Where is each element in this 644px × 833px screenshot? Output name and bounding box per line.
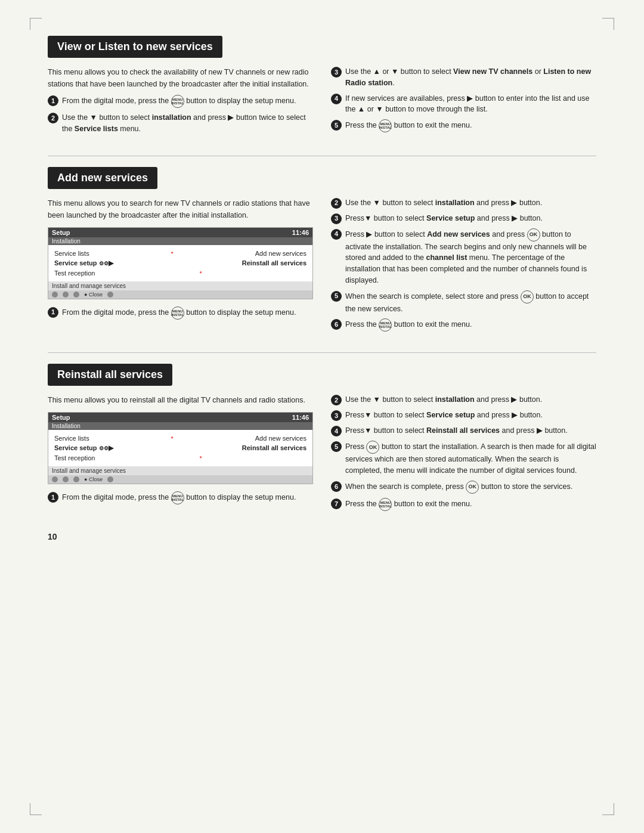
tv-btn xyxy=(73,476,79,482)
corner-mark-tr xyxy=(602,18,614,30)
step-number: 3 xyxy=(331,213,342,224)
divider-2 xyxy=(48,352,596,353)
tv-btn xyxy=(63,476,69,482)
tv-btn xyxy=(63,292,69,298)
tv-cell: Reinstall all services xyxy=(242,259,306,267)
step-content: If new services are availables, press ▶ … xyxy=(345,93,596,116)
add-two-col: This menu allows you to search for new T… xyxy=(48,197,596,336)
tv-footer: Install and manage services xyxy=(48,281,312,290)
tv-body: Service lists ● Add new services Service… xyxy=(48,430,312,466)
step-number: 5 xyxy=(331,441,342,452)
view-left-steps: 1 From the digital mode, press the MENUI… xyxy=(48,95,313,135)
step-number: 7 xyxy=(331,498,342,509)
tv-title: Setup xyxy=(52,414,70,421)
step-number: 1 xyxy=(48,95,58,106)
add-right-col: 2 Use the ▼ button to select installatio… xyxy=(331,197,596,336)
step: 3 Use the ▲ or ▼ button to select View n… xyxy=(331,66,596,89)
reinstall-right-col: 2 Use the ▼ button to select installatio… xyxy=(331,394,596,515)
tv-btn xyxy=(107,292,113,298)
close-text: ● Close xyxy=(84,292,103,298)
corner-mark-bl xyxy=(30,803,42,815)
tv-row-selected: Service setup ⚙⚙▶ Reinstall all services xyxy=(54,258,306,268)
reinstall-two-col: This menu allows you to reinstall all th… xyxy=(48,394,596,515)
tv-btn xyxy=(73,292,79,298)
step-content: When the search is complete, press OK bu… xyxy=(345,481,596,494)
step-content: Press OK button to start the installatio… xyxy=(345,441,596,476)
tv-time: 11:46 xyxy=(292,229,309,236)
tv-dot: ● xyxy=(171,250,174,257)
add-left-col: This menu allows you to search for new T… xyxy=(48,197,313,336)
menu-icon: MENUINSTAL xyxy=(379,119,392,132)
tv-row: Test reception ● xyxy=(54,453,306,463)
tv-body: Service lists ● Add new services Service… xyxy=(48,245,312,281)
step: 4 Press▼ button to select Reinstall all … xyxy=(331,425,596,436)
tv-dot: ● xyxy=(199,454,202,462)
step: 5 Press OK button to start the installat… xyxy=(331,441,596,476)
tv-bottom-bar: ● Close xyxy=(48,475,312,484)
step-number: 6 xyxy=(331,481,342,492)
menu-icon: MENUINSTAL xyxy=(171,95,184,108)
step: 3 Press▼ button to select Service setup … xyxy=(331,213,596,224)
tv-cell: Service lists xyxy=(54,435,89,442)
step-number: 3 xyxy=(331,410,342,421)
step-number: 4 xyxy=(331,94,342,104)
step-content: From the digital mode, press the MENUINS… xyxy=(62,95,313,108)
tv-row: Service lists ● Add new services xyxy=(54,433,306,443)
tv-dot: ● xyxy=(199,270,202,277)
divider-1 xyxy=(48,156,596,156)
step-number: 4 xyxy=(331,426,342,436)
tv-footer: Install and manage services xyxy=(48,466,312,475)
tv-row: Test reception ● xyxy=(54,268,306,278)
tv-row-selected: Service setup ⚙⚙▶ Reinstall all services xyxy=(54,443,306,453)
section-title-add: Add new services xyxy=(48,167,157,189)
tv-dot: ● xyxy=(171,435,174,442)
section-add-new: Add new services This menu allows you to… xyxy=(48,167,596,336)
close-text: ● Close xyxy=(84,476,103,482)
step-content: Press▼ button to select Service setup an… xyxy=(345,410,596,421)
step: 2 Use the ▼ button to select installatio… xyxy=(331,197,596,209)
step: 6 When the search is complete, press OK … xyxy=(331,481,596,494)
tv-btn xyxy=(107,476,113,482)
step: 3 Press▼ button to select Service setup … xyxy=(331,410,596,421)
step-number: 2 xyxy=(48,113,58,123)
ok-icon: OK xyxy=(466,481,479,494)
view-intro: This menu allows you to check the availa… xyxy=(48,66,313,90)
tv-title-bar: Setup 11:46 xyxy=(48,413,312,422)
add-intro: This menu allows you to search for new T… xyxy=(48,197,313,221)
menu-icon: MENUINSTAL xyxy=(379,318,392,332)
ok-icon: OK xyxy=(527,228,540,241)
section-reinstall: Reinstall all services This menu allows … xyxy=(48,364,596,515)
step-number: 5 xyxy=(331,291,342,302)
view-right-steps: 3 Use the ▲ or ▼ button to select View n… xyxy=(331,66,596,132)
tv-row: Service lists ● Add new services xyxy=(54,249,306,258)
step-number: 2 xyxy=(331,198,342,209)
corner-mark-br xyxy=(602,803,614,815)
reinstall-right-steps: 2 Use the ▼ button to select installatio… xyxy=(331,394,596,511)
view-two-col: This menu allows you to check the availa… xyxy=(48,66,596,139)
step-number: 1 xyxy=(48,307,58,318)
ok-icon: OK xyxy=(366,441,379,454)
tv-title-bar: Setup 11:46 xyxy=(48,228,312,237)
tv-cell: Service setup ⚙⚙▶ xyxy=(54,259,113,267)
menu-icon: MENUINSTAL xyxy=(171,491,184,504)
tv-cell: Reinstall all services xyxy=(242,444,306,452)
step-content: Use the ▼ button to select installation … xyxy=(345,197,596,209)
step-content: Press▼ button to select Service setup an… xyxy=(345,213,596,224)
step-content: Use the ▼ button to select installation … xyxy=(62,112,313,135)
step-number: 1 xyxy=(48,492,58,503)
tv-btn xyxy=(52,476,58,482)
tv-subtitle: Installation xyxy=(48,237,312,245)
ok-icon: OK xyxy=(521,290,534,304)
step: 6 Press the MENUINSTAL button to exit th… xyxy=(331,318,596,332)
tv-cell: Add new services xyxy=(255,435,306,442)
step-number: 5 xyxy=(331,120,342,131)
step-content: From the digital mode, press the MENUINS… xyxy=(62,306,313,320)
step-content: From the digital mode, press the MENUINS… xyxy=(62,491,313,504)
reinstall-left-col: This menu allows you to reinstall all th… xyxy=(48,394,313,515)
tv-cell: Service lists xyxy=(54,250,89,257)
menu-icon: MENUINSTAL xyxy=(171,306,184,320)
tv-cell: Test reception xyxy=(54,270,95,277)
step-content: Press the MENUINSTAL button to exit the … xyxy=(345,119,596,132)
step: 7 Press the MENUINSTAL button to exit th… xyxy=(331,498,596,511)
page: View or Listen to new services This menu… xyxy=(0,0,644,833)
